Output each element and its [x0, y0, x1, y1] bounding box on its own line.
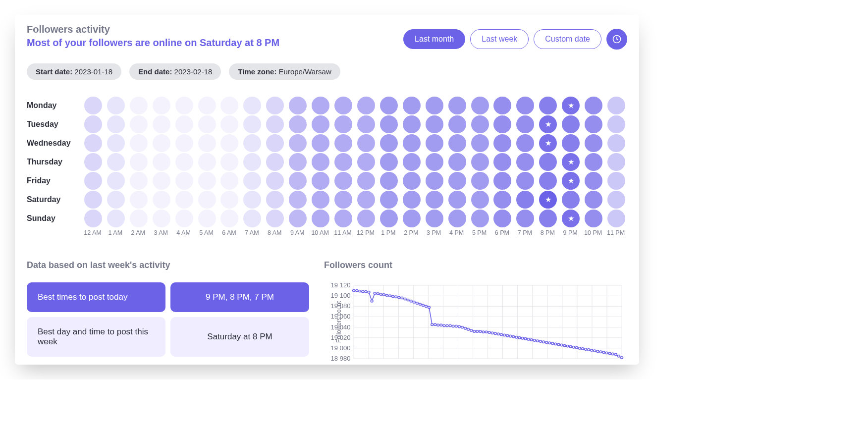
heatmap-cell[interactable] [426, 134, 443, 152]
heatmap-cell[interactable] [84, 153, 102, 171]
heatmap-cell[interactable] [175, 153, 193, 171]
heatmap-cell[interactable] [130, 191, 148, 209]
heatmap-cell[interactable] [289, 191, 307, 209]
heatmap-cell[interactable] [493, 97, 511, 114]
heatmap-cell[interactable] [243, 153, 261, 171]
heatmap-cell[interactable] [403, 115, 421, 133]
heatmap-cell[interactable] [516, 97, 534, 114]
heatmap-cell[interactable] [334, 115, 352, 133]
heatmap-cell[interactable] [107, 210, 125, 227]
heatmap-cell[interactable] [539, 153, 557, 171]
heatmap-cell[interactable] [448, 153, 466, 171]
heatmap-cell[interactable] [266, 97, 284, 114]
heatmap-cell[interactable] [471, 172, 489, 190]
heatmap-cell[interactable] [266, 210, 284, 227]
heatmap-cell[interactable] [516, 153, 534, 171]
heatmap-cell[interactable] [403, 134, 421, 152]
heatmap-cell[interactable] [607, 210, 625, 227]
heatmap-cell[interactable] [130, 172, 148, 190]
heatmap-cell[interactable] [153, 115, 170, 133]
heatmap-cell[interactable]: ★ [539, 191, 557, 209]
heatmap-cell[interactable] [198, 191, 216, 209]
heatmap-cell[interactable] [357, 191, 375, 209]
heatmap-cell[interactable] [585, 172, 602, 190]
heatmap-cell[interactable] [585, 153, 602, 171]
heatmap-cell[interactable] [493, 134, 511, 152]
heatmap-cell[interactable] [107, 97, 125, 114]
heatmap-cell[interactable] [493, 115, 511, 133]
heatmap-cell[interactable] [312, 115, 329, 133]
heatmap-cell[interactable] [334, 134, 352, 152]
heatmap-cell[interactable] [220, 191, 238, 209]
heatmap-cell[interactable] [493, 210, 511, 227]
heatmap-cell[interactable] [266, 134, 284, 152]
custom-date-button[interactable]: Custom date [534, 29, 601, 49]
heatmap-cell[interactable] [334, 97, 352, 114]
heatmap-cell[interactable] [403, 210, 421, 227]
heatmap-cell[interactable] [357, 115, 375, 133]
heatmap-cell[interactable] [243, 134, 261, 152]
heatmap-cell[interactable] [516, 134, 534, 152]
heatmap-cell[interactable] [448, 115, 466, 133]
heatmap-cell[interactable] [84, 191, 102, 209]
heatmap-cell[interactable] [130, 134, 148, 152]
heatmap-cell[interactable] [266, 172, 284, 190]
heatmap-cell[interactable] [243, 97, 261, 114]
heatmap-cell[interactable] [380, 172, 398, 190]
heatmap-cell[interactable] [562, 191, 580, 209]
heatmap-cell[interactable] [403, 172, 421, 190]
heatmap-cell[interactable] [289, 172, 307, 190]
heatmap-cell[interactable] [607, 97, 625, 114]
heatmap-cell[interactable] [289, 153, 307, 171]
heatmap-cell[interactable] [585, 191, 602, 209]
heatmap-cell[interactable] [266, 115, 284, 133]
heatmap-cell[interactable] [448, 191, 466, 209]
heatmap-cell[interactable] [153, 191, 170, 209]
heatmap-cell[interactable] [198, 97, 216, 114]
heatmap-cell[interactable] [130, 153, 148, 171]
heatmap-cell[interactable] [289, 115, 307, 133]
heatmap-cell[interactable] [334, 153, 352, 171]
heatmap-cell[interactable] [380, 134, 398, 152]
heatmap-cell[interactable] [175, 210, 193, 227]
heatmap-cell[interactable] [153, 210, 170, 227]
heatmap-cell[interactable] [220, 153, 238, 171]
heatmap-cell[interactable] [130, 97, 148, 114]
heatmap-cell[interactable] [585, 115, 602, 133]
heatmap-cell[interactable] [539, 172, 557, 190]
heatmap-cell[interactable] [153, 153, 170, 171]
heatmap-cell[interactable] [84, 97, 102, 114]
heatmap-cell[interactable] [493, 172, 511, 190]
heatmap-cell[interactable] [289, 210, 307, 227]
heatmap-cell[interactable] [220, 172, 238, 190]
heatmap-cell[interactable] [334, 191, 352, 209]
start-date-pill[interactable]: Start date: 2023-01-18 [27, 63, 121, 80]
heatmap-cell[interactable] [426, 172, 443, 190]
heatmap-cell[interactable] [607, 191, 625, 209]
heatmap-cell[interactable] [334, 172, 352, 190]
heatmap-cell[interactable] [516, 210, 534, 227]
heatmap-cell[interactable] [220, 210, 238, 227]
heatmap-cell[interactable] [539, 97, 557, 114]
heatmap-cell[interactable] [243, 191, 261, 209]
heatmap-cell[interactable] [130, 115, 148, 133]
heatmap-cell[interactable] [220, 97, 238, 114]
heatmap-cell[interactable] [585, 210, 602, 227]
heatmap-cell[interactable] [357, 172, 375, 190]
heatmap-cell[interactable] [312, 210, 329, 227]
heatmap-cell[interactable] [471, 191, 489, 209]
heatmap-cell[interactable] [426, 210, 443, 227]
heatmap-cell[interactable] [380, 153, 398, 171]
heatmap-cell[interactable] [198, 210, 216, 227]
heatmap-cell[interactable] [266, 153, 284, 171]
heatmap-cell[interactable] [312, 191, 329, 209]
heatmap-cell[interactable] [357, 134, 375, 152]
heatmap-cell[interactable]: ★ [562, 172, 580, 190]
heatmap-cell[interactable] [175, 172, 193, 190]
heatmap-cell[interactable] [84, 134, 102, 152]
heatmap-cell[interactable] [448, 172, 466, 190]
clock-icon-button[interactable] [606, 29, 627, 50]
heatmap-cell[interactable] [107, 172, 125, 190]
heatmap-cell[interactable] [198, 134, 216, 152]
heatmap-cell[interactable]: ★ [539, 115, 557, 133]
